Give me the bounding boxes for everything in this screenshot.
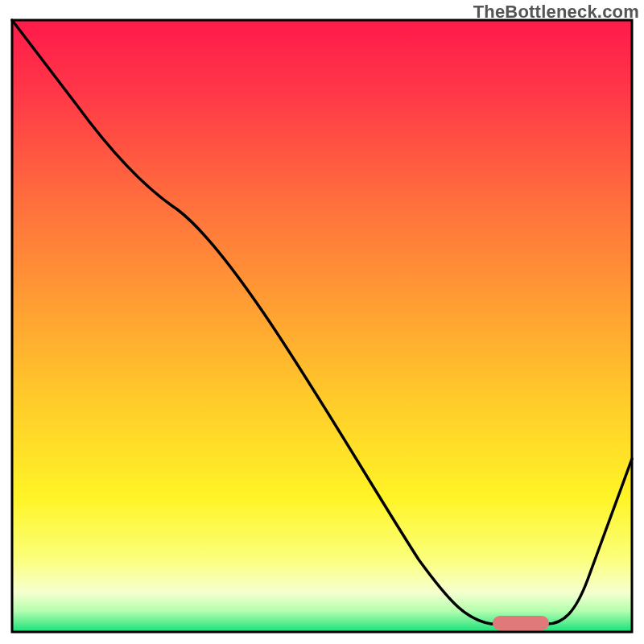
bottleneck-chart: TheBottleneck.com — [0, 0, 644, 644]
chart-svg — [0, 0, 644, 644]
watermark-text: TheBottleneck.com — [473, 2, 639, 23]
plot-background — [12, 20, 632, 632]
optimal-range-marker — [493, 616, 549, 630]
